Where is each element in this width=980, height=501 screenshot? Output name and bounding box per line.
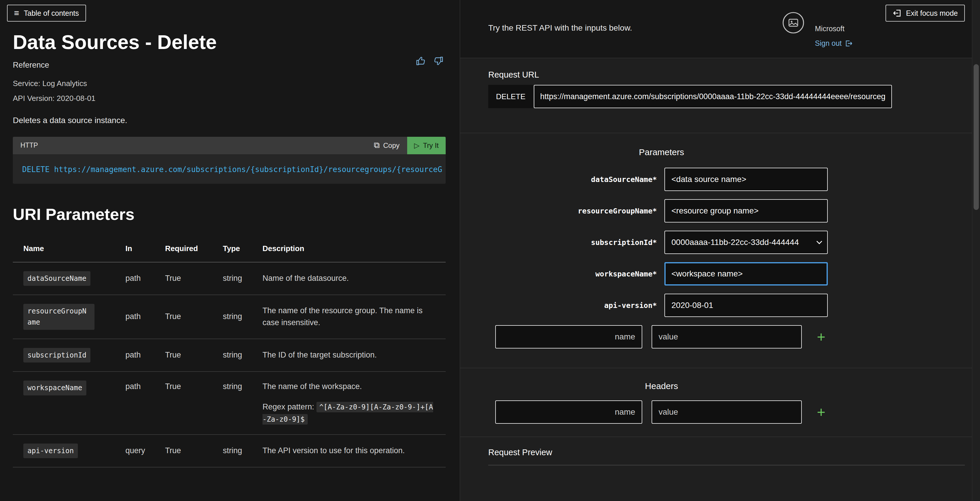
table-row: subscriptionId path True string The ID o… bbox=[13, 339, 445, 372]
param-required: True bbox=[165, 434, 223, 467]
tryit-form: Request URL DELETE Parameters dataSource… bbox=[460, 58, 980, 501]
table-row: workspaceName path True string The name … bbox=[13, 372, 445, 434]
param-name-chip: api-version bbox=[23, 444, 78, 458]
request-url-input[interactable] bbox=[534, 85, 892, 108]
request-preview-heading: Request Preview bbox=[488, 448, 965, 457]
divider bbox=[488, 465, 965, 465]
column-header-type: Type bbox=[223, 235, 262, 262]
http-method-box: DELETE bbox=[488, 85, 533, 108]
param-label: resourceGroupName* bbox=[495, 207, 657, 215]
exit-focus-icon bbox=[892, 9, 901, 17]
http-code-block: HTTP ⧉ Copy ▷ Try It DELETE https://mana… bbox=[13, 137, 445, 184]
table-row: dataSourceName path True string Name of … bbox=[13, 262, 445, 295]
param-description: The API version to use for this operatio… bbox=[262, 434, 445, 467]
try-it-button[interactable]: ▷ Try It bbox=[407, 137, 445, 154]
param-required: True bbox=[165, 372, 223, 434]
uri-parameters-table: Name In Required Type Description dataSo… bbox=[13, 235, 445, 468]
subscriptionid-selected-value: 0000aaaa-11bb-22cc-33dd-444444 bbox=[671, 238, 799, 247]
workspacename-input[interactable] bbox=[664, 262, 828, 285]
apiversion-input[interactable] bbox=[664, 294, 828, 317]
toc-button-label: Table of contents bbox=[24, 9, 79, 17]
param-required: True bbox=[165, 339, 223, 372]
service-line: Service: Log Analytics bbox=[13, 79, 445, 88]
regex-label: Regex pattern: bbox=[262, 402, 317, 411]
request-code-line: DELETE https://management.azure.com/subs… bbox=[22, 165, 442, 174]
column-header-name: Name bbox=[13, 235, 126, 262]
feedback-controls bbox=[416, 56, 443, 66]
scrollbar-thumb[interactable] bbox=[974, 64, 979, 210]
thumbs-down-icon[interactable] bbox=[433, 56, 443, 66]
scrollbar[interactable] bbox=[972, 0, 980, 501]
param-row-datasourcename: dataSourceName* bbox=[495, 168, 828, 191]
param-type: string bbox=[223, 372, 262, 434]
new-header-value-input[interactable] bbox=[652, 401, 802, 424]
param-label: dataSourceName* bbox=[495, 175, 657, 184]
page-title: Data Sources - Delete bbox=[13, 30, 445, 54]
copy-button[interactable]: ⧉ Copy bbox=[366, 137, 407, 154]
doc-panel: Data Sources - Delete Reference Service:… bbox=[0, 0, 460, 501]
add-parameter-row: + bbox=[495, 325, 828, 348]
subscriptionid-select[interactable]: 0000aaaa-11bb-22cc-33dd-444444 bbox=[664, 231, 828, 254]
plus-icon: + bbox=[817, 329, 826, 345]
copy-icon: ⧉ bbox=[374, 140, 380, 150]
param-name-chip: resourceGroupName bbox=[23, 304, 94, 330]
code-language-label: HTTP bbox=[21, 142, 38, 149]
add-header-button[interactable]: + bbox=[815, 405, 828, 419]
param-description: Name of the datasource. bbox=[262, 262, 445, 295]
api-version-label: API Version: bbox=[13, 94, 54, 103]
code-block-body: DELETE https://management.azure.com/subs… bbox=[13, 154, 445, 184]
try-it-label: Try It bbox=[423, 142, 439, 150]
new-parameter-value-input[interactable] bbox=[652, 325, 802, 348]
add-parameter-button[interactable]: + bbox=[815, 329, 828, 344]
focus-mode-page: ≡ Table of contents Exit focus mode Data… bbox=[0, 0, 980, 501]
request-url-heading: Request URL bbox=[488, 70, 965, 80]
new-parameter-name-input[interactable] bbox=[495, 325, 642, 348]
headers-heading: Headers bbox=[495, 368, 828, 391]
param-type: string bbox=[223, 262, 262, 295]
param-in: path bbox=[126, 262, 165, 295]
column-header-description: Description bbox=[262, 235, 445, 262]
service-label: Service: bbox=[13, 79, 40, 88]
param-label: workspaceName* bbox=[495, 270, 657, 278]
sign-out-icon bbox=[845, 40, 853, 47]
resourcegroupname-input[interactable] bbox=[664, 199, 828, 223]
param-in: path bbox=[126, 295, 165, 339]
sign-out-link[interactable]: Sign out bbox=[815, 39, 853, 48]
service-value: Log Analytics bbox=[42, 79, 87, 88]
account-avatar[interactable] bbox=[782, 12, 804, 34]
tryit-intro: Try the REST API with the inputs below. bbox=[488, 23, 632, 33]
sign-out-label: Sign out bbox=[815, 39, 842, 48]
param-label: subscriptionId* bbox=[495, 238, 657, 247]
exit-focus-mode-button[interactable]: Exit focus mode bbox=[886, 5, 965, 22]
api-version-line: API Version: 2020-08-01 bbox=[13, 94, 445, 103]
param-description: The name of the workspace. Regex pattern… bbox=[262, 372, 445, 434]
code-block-header: HTTP ⧉ Copy ▷ Try It bbox=[13, 137, 445, 154]
add-header-row: + bbox=[495, 401, 828, 424]
param-type: string bbox=[223, 434, 262, 467]
exit-focus-label: Exit focus mode bbox=[906, 9, 958, 17]
hamburger-icon: ≡ bbox=[14, 9, 19, 17]
parameters-heading: Parameters bbox=[495, 133, 828, 157]
param-required: True bbox=[165, 262, 223, 295]
param-description-text: The name of the workspace. bbox=[262, 380, 436, 393]
thumbs-up-icon[interactable] bbox=[416, 56, 426, 66]
chevron-down-icon bbox=[816, 240, 822, 245]
param-description: The ID of the target subscription. bbox=[262, 339, 445, 372]
regex-pattern-line: Regex pattern: ^[A-Za-z0-9][A-Za-z0-9-]+… bbox=[262, 401, 436, 425]
datasourcename-input[interactable] bbox=[664, 168, 828, 191]
api-version-value: 2020-08-01 bbox=[57, 94, 95, 103]
param-row-subscriptionid: subscriptionId* 0000aaaa-11bb-22cc-33dd-… bbox=[495, 231, 828, 254]
param-name-chip: dataSourceName bbox=[23, 271, 91, 286]
column-header-required: Required bbox=[165, 235, 223, 262]
param-type: string bbox=[223, 295, 262, 339]
param-in: query bbox=[126, 434, 165, 467]
param-in: path bbox=[126, 372, 165, 434]
new-header-name-input[interactable] bbox=[495, 401, 642, 424]
table-of-contents-button[interactable]: ≡ Table of contents bbox=[7, 5, 86, 22]
param-name-chip: subscriptionId bbox=[23, 348, 91, 363]
column-header-in: In bbox=[126, 235, 165, 262]
uri-parameters-heading: URI Parameters bbox=[13, 205, 445, 224]
doc-summary: Deletes a data source instance. bbox=[13, 116, 445, 125]
param-label: api-version* bbox=[495, 301, 657, 310]
account-provider: Microsoft bbox=[815, 24, 845, 33]
